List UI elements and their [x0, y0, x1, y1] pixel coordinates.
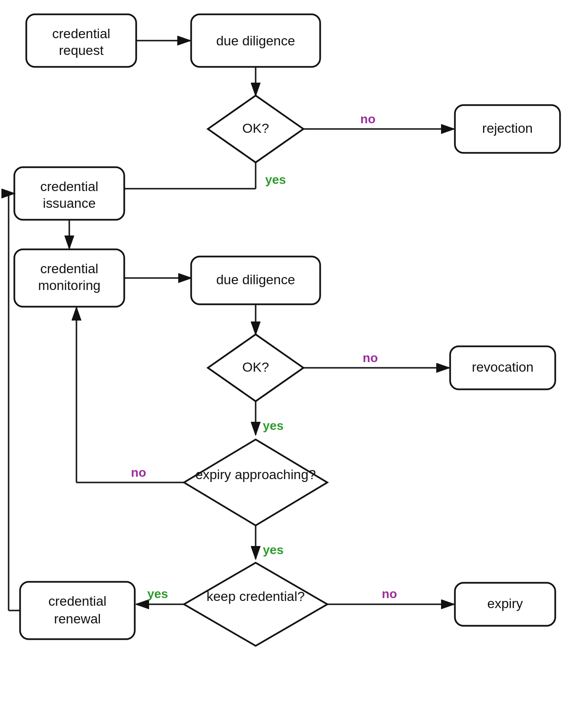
due-diligence-2-label: due diligence — [216, 272, 295, 287]
no-label-4: no — [382, 587, 397, 601]
expiry-approaching-label: expiry approaching? — [195, 467, 316, 482]
credential-renewal-label2: renewal — [54, 611, 101, 626]
credential-request-label: credential — [52, 26, 110, 41]
keep-credential-label: keep credential? — [206, 589, 304, 604]
no-label-1: no — [360, 112, 376, 126]
flowchart-diagram: credential request due diligence OK? no … — [0, 0, 582, 728]
ok-2-label: OK? — [242, 360, 269, 375]
credential-issuance-label2: issuance — [43, 196, 96, 211]
yes-label-2: yes — [263, 418, 283, 433]
no-label-3: no — [131, 465, 146, 480]
revocation-label: revocation — [472, 360, 533, 375]
credential-monitoring-label2: monitoring — [38, 278, 101, 293]
credential-issuance-label1: credential — [40, 179, 98, 194]
ok-1-label: OK? — [242, 121, 269, 136]
no-label-2: no — [363, 351, 378, 365]
credential-monitoring-label1: credential — [40, 261, 98, 276]
yes-label-3: yes — [263, 543, 283, 557]
yes-label-1: yes — [265, 172, 286, 187]
keep-credential-diamond — [184, 563, 327, 646]
expiry-approaching-diamond — [184, 439, 327, 525]
yes-label-4: yes — [147, 587, 168, 601]
credential-renewal-label1: credential — [48, 594, 106, 609]
credential-request-label2: request — [59, 43, 104, 58]
svg-rect-22 — [20, 582, 135, 639]
due-diligence-1-label: due diligence — [216, 33, 295, 48]
rejection-label: rejection — [482, 121, 533, 136]
expiry-label: expiry — [487, 596, 523, 611]
